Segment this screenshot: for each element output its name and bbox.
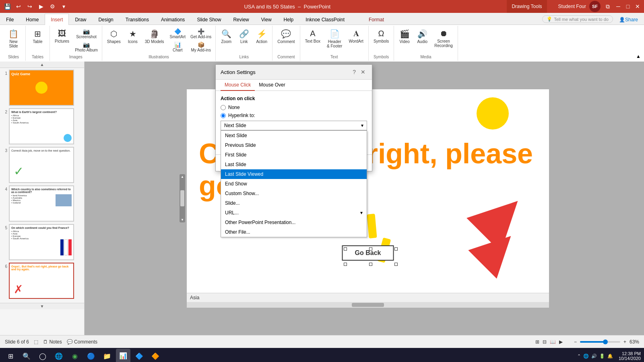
powerpoint-taskbar-button[interactable]: 📊	[116, 349, 130, 362]
tab-slideshow[interactable]: Slide Show	[191, 14, 227, 25]
pictures-button[interactable]: 🖼 Pictures	[52, 27, 72, 45]
zoom-slider[interactable]	[580, 341, 620, 343]
tell-me-input[interactable]: 💡 Tell me what you want to do	[542, 15, 613, 23]
dropdown-item-first-slide[interactable]: First Slide	[221, 150, 367, 160]
screen-recording-button[interactable]: ⏺ Screen Recording	[432, 27, 455, 49]
symbols-button[interactable]: Ω Symbols	[371, 27, 391, 45]
get-addins-button[interactable]: ➕ Get Add-ins	[189, 27, 213, 40]
zoom-button[interactable]: 🔍 Zoom	[218, 27, 234, 45]
volume-icon[interactable]: 🔊	[591, 354, 597, 359]
tab-insert[interactable]: Insert	[45, 14, 69, 25]
dropdown-item-end-show[interactable]: End Show	[221, 179, 367, 189]
comment-button[interactable]: 💬 Comment	[275, 27, 297, 45]
tab-animations[interactable]: Animations	[155, 14, 191, 25]
battery-icon[interactable]: 🔋	[599, 354, 605, 359]
dialog-tab-mouse-over[interactable]: Mouse Over	[255, 80, 289, 91]
dropdown-item-previous-slide[interactable]: Previous Slide	[221, 140, 367, 150]
wordart-button[interactable]: 𝐀 WordArt	[346, 27, 366, 45]
tab-classpoint[interactable]: Inknoe ClassPoint	[299, 14, 351, 25]
collapse-ribbon-button[interactable]: ▲	[634, 52, 642, 61]
dropdown-icon[interactable]: ▾	[60, 2, 68, 10]
app2-button[interactable]: 🔷	[132, 349, 147, 362]
textbox-button[interactable]: A Text Box	[303, 27, 323, 45]
dialog-help-button[interactable]: ?	[353, 69, 356, 75]
hyperlink-radio[interactable]	[221, 113, 226, 118]
slide-thumb-4[interactable]: 4 Which country is also sometimes referr…	[2, 185, 83, 222]
notes-button[interactable]: 🗒 Notes	[43, 339, 62, 345]
slide-thumb-6[interactable]: 6 Oops!.. But that's not right, please g…	[2, 263, 83, 299]
shapes-button[interactable]: ⬡ Shapes	[105, 27, 123, 45]
chrome-button[interactable]: ◉	[68, 349, 82, 362]
fit-icon[interactable]: ⬚	[34, 339, 38, 345]
cortana-button[interactable]: 🔵	[84, 349, 98, 362]
chevron-icon[interactable]: ⌃	[577, 354, 581, 359]
redo-icon[interactable]: ↪	[26, 2, 34, 10]
horizontal-scrollbar[interactable]	[187, 302, 549, 308]
none-radio[interactable]	[221, 105, 226, 110]
hyperlink-dropdown[interactable]: Next Slide ▾	[221, 121, 367, 130]
slideshow-button[interactable]: ▶	[559, 339, 563, 345]
dropdown-item-custom-show[interactable]: Custom Show...	[221, 189, 367, 198]
action-button[interactable]: ⚡ Action	[254, 27, 270, 45]
my-addins-button[interactable]: 📦 My Add-ins	[189, 41, 213, 53]
tab-transitions[interactable]: Transitions	[120, 14, 155, 25]
settings-icon[interactable]: ⚙	[48, 2, 56, 10]
task-view-button[interactable]: ◯	[35, 349, 50, 362]
close-button[interactable]: ✕	[634, 3, 641, 10]
file-explorer-button[interactable]: 📁	[100, 349, 114, 362]
dropdown-item-url[interactable]: URL... ▾	[221, 208, 367, 218]
dropdown-item-slide[interactable]: Slide...	[221, 198, 367, 208]
present-icon[interactable]: ▶	[37, 2, 45, 10]
dropdown-item-next-slide[interactable]: Next Slide	[221, 131, 367, 140]
maximize-button[interactable]: □	[625, 3, 631, 10]
minimize-button[interactable]: ─	[615, 3, 621, 10]
smartart-button[interactable]: 🔷 SmartArt	[168, 27, 187, 40]
dropdown-item-other-file[interactable]: Other File...	[221, 227, 367, 237]
slide-thumb-3[interactable]: 3 Correct! Asia job, move on to the next…	[2, 147, 83, 183]
dialog-tab-mouse-click[interactable]: Mouse Click	[221, 80, 255, 91]
dropdown-item-last-viewed[interactable]: Last Slide Viewed	[221, 169, 367, 179]
dropdown-item-last-slide[interactable]: Last Slide	[221, 160, 367, 169]
slides-scroll-down[interactable]: ▼	[0, 303, 84, 309]
tab-help[interactable]: Help	[278, 14, 300, 25]
tab-review[interactable]: Review	[227, 14, 255, 25]
3d-models-button[interactable]: 🗿 3D Models	[142, 27, 167, 45]
screenshot-button[interactable]: 📷 Screenshot	[73, 27, 99, 40]
notification-icon[interactable]: 🔔	[607, 354, 613, 359]
tab-draw[interactable]: Draw	[69, 14, 92, 25]
save-icon[interactable]: 💾	[3, 2, 11, 10]
app3-button[interactable]: 🔶	[148, 349, 163, 362]
slide-thumb-5[interactable]: 5 On which continent could you find Fran…	[2, 224, 83, 260]
normal-view-button[interactable]: ⊞	[535, 339, 539, 345]
tab-home[interactable]: Home	[20, 14, 45, 25]
window-icon[interactable]: ⧉	[604, 2, 612, 10]
tab-file[interactable]: File	[0, 14, 20, 25]
chart-button[interactable]: 📊 Chart	[168, 41, 187, 53]
start-button[interactable]: ⊞	[3, 349, 18, 362]
search-button[interactable]: 🔍	[19, 349, 34, 362]
slide-thumb-1[interactable]: 1 Quiz Game	[2, 70, 83, 106]
link-button[interactable]: 🔗 Link	[236, 27, 252, 45]
table-button[interactable]: ⊞ Table	[30, 27, 46, 45]
comments-button[interactable]: 💬 Comments	[67, 339, 97, 345]
tab-design[interactable]: Design	[92, 14, 119, 25]
new-slide-button[interactable]: 📋 New Slide	[6, 27, 22, 50]
reading-view-button[interactable]: 📖	[550, 339, 556, 345]
action-settings-dialog[interactable]: Action Settings ? ✕ Mouse Click Mouse Ov…	[215, 64, 372, 171]
tab-view[interactable]: View	[255, 14, 278, 25]
header-footer-button[interactable]: 📄 Header & Footer	[324, 27, 345, 50]
video-button[interactable]: 🎬 Video	[396, 27, 413, 45]
undo-icon[interactable]: ↩	[14, 2, 23, 10]
slide-thumb-2[interactable]: 2 What is Earth's largest continent? • A…	[2, 108, 83, 144]
icons-button[interactable]: ★ Icons	[125, 27, 141, 45]
photo-album-button[interactable]: 📷 Photo Album	[73, 41, 99, 53]
slide-sorter-button[interactable]: ⊟	[543, 339, 547, 345]
audio-button[interactable]: 🔊 Audio	[414, 27, 430, 45]
network-icon[interactable]: 🌐	[583, 354, 589, 359]
slides-scroll-up[interactable]: ▲	[0, 62, 84, 68]
dialog-close-button[interactable]: ✕	[359, 68, 367, 76]
tab-format[interactable]: Format	[363, 14, 390, 25]
edge-button[interactable]: 🌐	[52, 349, 66, 362]
share-button[interactable]: 👤 Share	[613, 14, 644, 25]
dropdown-item-other-ppt[interactable]: Other PowerPoint Presentation...	[221, 218, 367, 227]
